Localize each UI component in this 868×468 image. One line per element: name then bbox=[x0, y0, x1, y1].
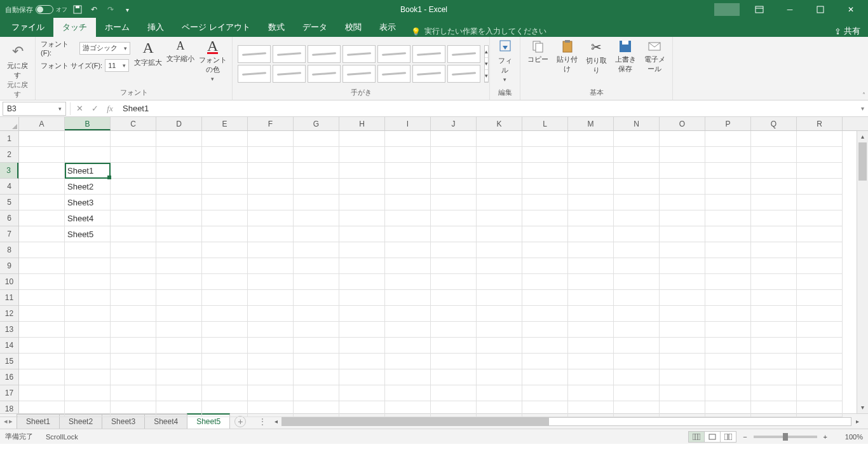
cell[interactable] bbox=[751, 258, 797, 274]
cell[interactable] bbox=[522, 274, 568, 290]
column-header[interactable]: I bbox=[385, 117, 431, 130]
sheet-nav[interactable]: ◂▸ bbox=[0, 417, 17, 425]
tab-formulas[interactable]: 数式 bbox=[259, 18, 294, 37]
chevron-up-icon[interactable]: ▴ bbox=[485, 46, 488, 58]
cell[interactable] bbox=[568, 242, 614, 258]
cell[interactable] bbox=[111, 354, 156, 369]
cell[interactable] bbox=[751, 163, 797, 179]
cell[interactable] bbox=[705, 242, 751, 258]
cell[interactable] bbox=[797, 338, 843, 354]
pen-swatch[interactable] bbox=[412, 65, 445, 83]
column-header[interactable]: Q bbox=[751, 117, 797, 130]
cell[interactable] bbox=[385, 385, 431, 401]
cell[interactable] bbox=[797, 147, 843, 163]
cell[interactable] bbox=[19, 369, 65, 385]
cell[interactable] bbox=[294, 322, 339, 338]
cell[interactable] bbox=[751, 338, 797, 354]
select-all-corner[interactable] bbox=[0, 117, 19, 131]
cell[interactable] bbox=[568, 290, 614, 306]
cell[interactable] bbox=[431, 195, 477, 210]
cell[interactable] bbox=[339, 385, 385, 401]
cell[interactable] bbox=[797, 274, 843, 290]
cell[interactable] bbox=[614, 147, 660, 163]
qat-customize-icon[interactable]: ▾ bbox=[121, 3, 133, 16]
cell[interactable] bbox=[248, 226, 294, 242]
chevron-down-icon[interactable]: ▾ bbox=[485, 58, 488, 70]
cell[interactable] bbox=[705, 195, 751, 210]
cell[interactable] bbox=[568, 322, 614, 338]
cell[interactable] bbox=[65, 131, 111, 147]
cell[interactable] bbox=[797, 401, 843, 417]
cell[interactable]: Sheet5 bbox=[65, 226, 111, 242]
cell[interactable]: Sheet3 bbox=[65, 195, 111, 210]
font-color-button[interactable]: Aフォントの色▾ bbox=[198, 39, 227, 82]
pen-swatch[interactable] bbox=[238, 65, 271, 83]
column-header[interactable]: F bbox=[248, 117, 294, 130]
cell[interactable] bbox=[705, 401, 751, 417]
horizontal-scrollbar[interactable]: ⋮ ◂ ▸ bbox=[259, 417, 863, 426]
cell[interactable] bbox=[156, 290, 202, 306]
cell[interactable] bbox=[660, 147, 705, 163]
cell[interactable] bbox=[111, 385, 156, 401]
cell[interactable] bbox=[294, 147, 339, 163]
pen-swatch[interactable] bbox=[342, 65, 376, 83]
cell[interactable] bbox=[477, 242, 522, 258]
vertical-scrollbar[interactable]: ▴ ▾ bbox=[857, 131, 868, 413]
cell[interactable] bbox=[248, 354, 294, 369]
cell[interactable] bbox=[294, 258, 339, 274]
scrollbar-thumb[interactable] bbox=[282, 418, 549, 425]
cell[interactable] bbox=[202, 385, 248, 401]
cell[interactable] bbox=[568, 274, 614, 290]
cell[interactable] bbox=[385, 369, 431, 385]
cell[interactable] bbox=[477, 163, 522, 179]
cell[interactable] bbox=[431, 338, 477, 354]
cell[interactable] bbox=[65, 385, 111, 401]
cell[interactable] bbox=[477, 354, 522, 369]
cell[interactable] bbox=[705, 258, 751, 274]
cell[interactable] bbox=[797, 258, 843, 274]
cancel-formula-button[interactable]: ✕ bbox=[72, 104, 87, 113]
cell[interactable] bbox=[385, 226, 431, 242]
cell[interactable] bbox=[614, 179, 660, 195]
cell[interactable] bbox=[568, 258, 614, 274]
cell[interactable] bbox=[431, 274, 477, 290]
autosave-toggle[interactable]: 自動保存 オフ bbox=[5, 5, 67, 15]
cell[interactable] bbox=[568, 163, 614, 179]
cell[interactable] bbox=[477, 147, 522, 163]
cell[interactable] bbox=[705, 226, 751, 242]
cell[interactable] bbox=[522, 369, 568, 385]
cell[interactable] bbox=[248, 306, 294, 322]
row-header[interactable]: 14 bbox=[0, 338, 18, 354]
cell[interactable] bbox=[339, 147, 385, 163]
font-name-combo[interactable]: 游ゴシック▾ bbox=[79, 42, 130, 55]
cell[interactable] bbox=[477, 274, 522, 290]
cell[interactable] bbox=[156, 163, 202, 179]
cell[interactable] bbox=[294, 163, 339, 179]
cell[interactable] bbox=[156, 179, 202, 195]
cell[interactable] bbox=[660, 131, 705, 147]
cell[interactable] bbox=[385, 322, 431, 338]
cell[interactable] bbox=[248, 258, 294, 274]
cell[interactable] bbox=[477, 385, 522, 401]
row-header[interactable]: 18 bbox=[0, 401, 18, 417]
cell[interactable] bbox=[339, 306, 385, 322]
cell[interactable] bbox=[751, 179, 797, 195]
cell[interactable] bbox=[751, 274, 797, 290]
cell[interactable] bbox=[522, 338, 568, 354]
cell[interactable] bbox=[751, 401, 797, 417]
cell[interactable] bbox=[477, 179, 522, 195]
cell[interactable] bbox=[751, 131, 797, 147]
cell[interactable] bbox=[339, 131, 385, 147]
cell[interactable] bbox=[65, 306, 111, 322]
cell[interactable] bbox=[111, 338, 156, 354]
cell[interactable] bbox=[65, 258, 111, 274]
row-header[interactable]: 3 bbox=[0, 163, 18, 179]
tab-layout[interactable]: ページ レイアウト bbox=[173, 18, 259, 37]
cell[interactable] bbox=[522, 354, 568, 369]
tab-data[interactable]: データ bbox=[294, 18, 336, 37]
scroll-right-icon[interactable]: ▸ bbox=[851, 418, 863, 425]
cell[interactable] bbox=[19, 322, 65, 338]
cell[interactable] bbox=[705, 369, 751, 385]
column-header[interactable]: L bbox=[522, 117, 568, 130]
add-sheet-button[interactable]: + bbox=[234, 416, 246, 427]
